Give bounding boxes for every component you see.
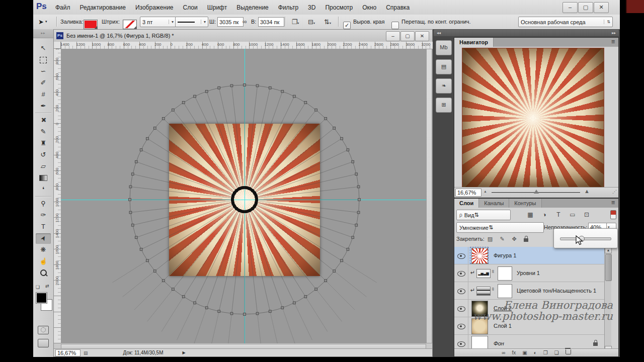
mini-bridge-panel-icon[interactable]: Mb [436,40,452,55]
default-colors-icon[interactable]: ❏ [36,285,40,290]
canvas-area[interactable] [61,49,426,343]
status-arrow-icon[interactable]: ▶ [183,350,186,355]
tab-channels[interactable]: Каналы [479,199,509,208]
layer-name[interactable]: Фон [494,340,504,346]
document-title-bar[interactable]: Ps Без имени-1 @ 16,7% (Фигура 1, RGB/8)… [54,30,432,42]
shape-width-field[interactable]: 3035 пк [217,17,244,27]
layer-name[interactable]: Уровни 1 [517,270,540,276]
hue-saturation-adjustment-icon[interactable] [476,287,491,296]
crop-tool-icon[interactable]: # [36,89,51,100]
shape-height-field[interactable]: 3034 пк [258,17,284,27]
menu-item-11[interactable]: Справка [386,4,410,11]
levels-adjustment-icon[interactable]: ▂▅▃▆ [476,269,491,278]
eraser-tool-icon[interactable]: ▱ [36,161,51,172]
layer-mask-thumbnail[interactable] [498,284,512,298]
gradient-tool-icon[interactable] [36,173,51,184]
new-group-icon[interactable]: ❐ [543,349,548,356]
layer-row[interactable]: Фигура 1 [454,247,604,264]
tab-paths[interactable]: Контуры [509,199,541,208]
panel-menu-icon[interactable]: ≣ [611,38,618,47]
tab-navigator[interactable]: Навигатор [454,38,494,47]
menu-item-10[interactable]: Окно [362,4,376,11]
layer-row[interactable]: ↵∞Цветовой тон/Насыщенность 1 [454,282,604,300]
lock-paint-icon[interactable]: ✎ [498,235,507,243]
layer-thumbnail[interactable] [471,248,488,264]
tool-preset-icon[interactable]: ➤▾ [38,15,47,29]
rectangular-marquee-tool-icon[interactable] [36,55,51,65]
navigator-thumbnail[interactable] [462,48,604,189]
visibility-eye-icon[interactable] [457,289,465,294]
quick-selection-tool-icon[interactable]: ✐ [36,78,51,88]
swap-colors-icon[interactable]: ⇄ [45,284,49,289]
toolbar-grip[interactable]: ▸▸ [33,29,53,38]
path-selection-tool-icon[interactable]: ➤ [36,233,51,244]
menu-item-5[interactable]: Шрифт [207,4,227,11]
layer-row[interactable]: ↵▂▅▃▆∞Уровни 1 [454,264,604,282]
stroke-style-dropdown[interactable]: ▾ [175,17,208,27]
window-close-button[interactable]: ✕ [594,2,609,13]
filter-pixel-layers-icon[interactable]: ▦ [525,210,536,219]
stroke-width-dropdown[interactable]: 3 пт▾ [140,17,176,27]
blend-mode-dropdown[interactable]: Умножение ⇅ [456,222,544,233]
history-panel-icon[interactable]: ▤ [436,59,452,74]
add-layer-mask-icon[interactable]: ▣ [522,349,527,356]
clone-source-panel-icon[interactable]: ⊞ [436,98,452,113]
tab-layers[interactable]: Слои [454,199,479,208]
layer-effects-icon[interactable]: fx [512,349,516,356]
status-zoom-field[interactable]: 16,67% [55,349,80,356]
navigator-zoom-field[interactable]: 16,67% [455,189,481,197]
brush-tool-icon[interactable]: ✎ [36,127,51,137]
new-layer-icon[interactable]: ❏ [554,349,559,356]
menu-item-7[interactable]: Фильтр [278,4,298,11]
menu-item-6[interactable]: Выделение [236,4,269,11]
scrollbar-thumb[interactable] [605,254,612,281]
menu-item-2[interactable]: Редактирование [80,4,126,11]
navigator-zoom-slider[interactable] [492,192,580,194]
menu-item-8[interactable]: 3D [308,4,315,11]
lock-all-icon[interactable] [522,235,531,243]
clone-stamp-tool-icon[interactable]: ♜ [36,138,51,149]
workspace-switcher[interactable]: Основная рабочая среда⇅ [518,17,613,27]
visibility-eye-icon[interactable] [457,253,465,259]
type-tool-icon[interactable]: T [36,222,51,232]
menu-item-4[interactable]: Слои [183,4,198,11]
visibility-eye-icon[interactable] [457,271,465,277]
menu-item-9[interactable]: Просмотр [325,4,353,11]
filter-type-layers-icon[interactable]: T [553,210,564,219]
move-tool-icon[interactable]: ↖ [36,43,51,54]
layer-name[interactable]: Цветовой тон/Насыщенность 1 [517,288,596,294]
panel-menu-icon[interactable]: ≣ [611,199,618,208]
window-minimize-button[interactable]: – [562,2,578,13]
filter-shape-layers-icon[interactable]: ▭ [567,210,578,219]
lock-transparency-icon[interactable]: ▨ [486,235,495,243]
delete-layer-icon[interactable] [566,349,571,356]
layer-filter-dropdown[interactable]: ρ Вид ⇅ [456,210,511,220]
brush-presets-panel-icon[interactable]: ❧ [436,78,452,94]
window-maximize-button[interactable]: ▢ [578,2,593,13]
path-arrangement-icon[interactable]: ⇅▾ [321,17,334,28]
dodge-tool-icon[interactable]: ⚲ [36,199,51,209]
custom-shape-tool-icon[interactable]: ❋ [36,245,51,255]
expand-icon-dock-icon[interactable]: ◂◂ [437,31,441,35]
link-layers-icon[interactable]: ∞ [502,349,505,356]
zoom-out-icon[interactable]: ▲ [484,190,487,193]
lasso-tool-icon[interactable]: ∽ [36,66,51,77]
opacity-slider-track[interactable] [560,237,611,240]
layer-mask-thumbnail[interactable] [498,266,512,281]
collapse-panels-icon[interactable]: ▸▸ [612,31,616,35]
menu-item-1[interactable]: Файл [55,4,70,11]
vertical-scrollbar[interactable] [426,49,432,343]
healing-brush-tool-icon[interactable]: ✚ [36,115,51,126]
opacity-slider-popup[interactable] [553,228,618,248]
foreground-color-swatch[interactable] [36,293,47,303]
path-alignment-icon[interactable]: ⊟▾ [305,17,318,28]
zoom-tool-icon[interactable] [36,268,51,279]
filter-smart-objects-icon[interactable]: ⊡ [581,210,592,219]
zoom-in-icon[interactable]: ▲ [584,188,590,194]
visibility-eye-icon[interactable] [457,341,465,347]
layer-name[interactable]: Слой 1 [494,323,512,329]
history-brush-tool-icon[interactable]: ↺ [36,150,51,160]
menu-item-3[interactable]: Изображение [135,4,174,11]
layer-name[interactable]: Фигура 1 [494,252,516,258]
path-operations-icon[interactable]: ❐▾ [289,17,302,28]
